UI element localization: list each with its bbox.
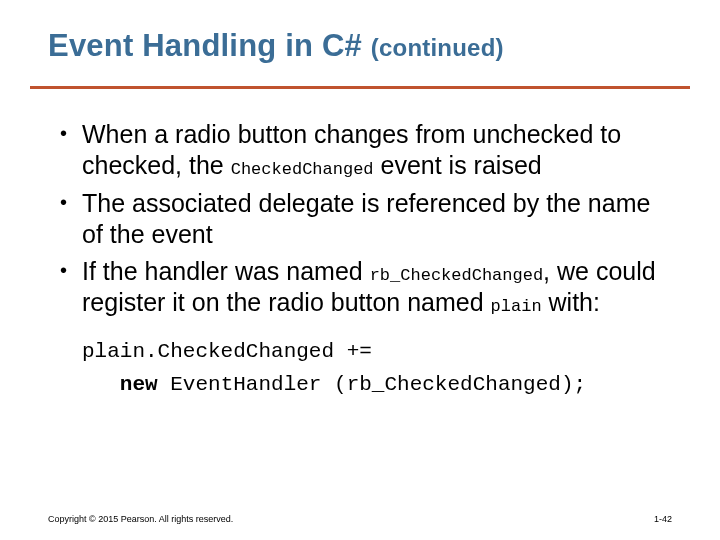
bullet-text: with: xyxy=(542,288,600,316)
slide: Event Handling in C# (continued) When a … xyxy=(0,0,720,540)
bullet-text: If the handler was named xyxy=(82,257,370,285)
code-line: plain.CheckedChanged += xyxy=(82,340,372,363)
footer: Copyright © 2015 Pearson. All rights res… xyxy=(48,514,672,524)
bullet-list: When a radio button changes from uncheck… xyxy=(56,119,664,319)
content-area: When a radio button changes from uncheck… xyxy=(0,89,720,402)
slide-title: Event Handling in C# (continued) xyxy=(48,28,672,64)
page-number: 1-42 xyxy=(654,514,672,524)
code-keyword: new xyxy=(120,373,158,396)
title-block: Event Handling in C# (continued) xyxy=(0,0,720,74)
inline-code: plain xyxy=(491,297,542,316)
code-indent xyxy=(82,373,120,396)
bullet-item: When a radio button changes from uncheck… xyxy=(82,119,664,182)
bullet-text: The associated delegate is referenced by… xyxy=(82,189,650,248)
inline-code: rb_CheckedChanged xyxy=(370,266,543,285)
code-block: plain.CheckedChanged += new EventHandler… xyxy=(82,335,664,402)
copyright-text: Copyright © 2015 Pearson. All rights res… xyxy=(48,514,233,524)
title-continued: (continued) xyxy=(371,34,504,61)
title-main: Event Handling in C# xyxy=(48,28,371,63)
bullet-item: The associated delegate is referenced by… xyxy=(82,188,664,251)
inline-code: CheckedChanged xyxy=(231,160,374,179)
bullet-text: event is raised xyxy=(374,151,542,179)
code-line: EventHandler (rb_CheckedChanged); xyxy=(158,373,586,396)
bullet-item: If the handler was named rb_CheckedChang… xyxy=(82,256,664,319)
